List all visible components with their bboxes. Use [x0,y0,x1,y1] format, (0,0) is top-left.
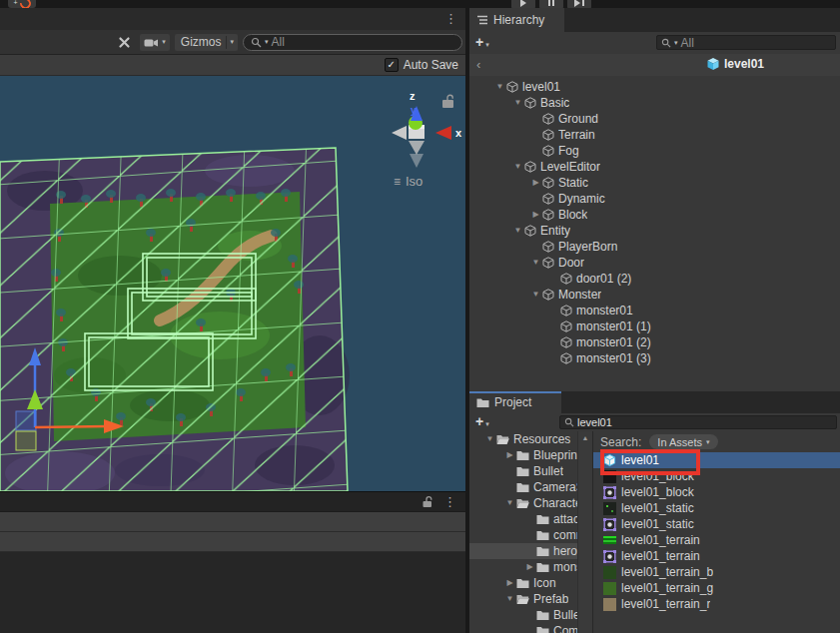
scene-camera-button[interactable]: ▾ [140,34,170,51]
hierarchy-row[interactable]: ▼ Monster [469,287,840,303]
project-folder-row[interactable]: CameraS [469,479,577,495]
expand-arrow[interactable]: ▼ [529,255,542,271]
expand-arrow[interactable]: ▼ [483,431,496,447]
panel-menu-icon[interactable]: ⋮ [443,495,456,508]
project-content: ▼ Resources ▶ [469,431,840,633]
gameobject-cube-icon [542,129,554,141]
asset-name: level01_terrain_r [621,597,710,611]
folder-icon [516,450,529,461]
hierarchy-row[interactable]: ▼ Door [469,255,840,271]
expand-arrow[interactable]: ▼ [511,95,524,111]
project-search-input[interactable]: level01 [559,415,837,429]
tree-scrollbar[interactable]: ▲ [577,431,593,633]
row-label: PlayerBorn [558,240,617,254]
right-panels: Hierarchy + ▾ ▾ All ‹ [469,8,840,633]
asset-icon [603,550,616,563]
prefab-title[interactable]: level01 [706,57,764,71]
project-folder-row[interactable]: Bullet [469,463,577,479]
project-folder-row[interactable]: Comm [469,623,577,633]
project-folder-row[interactable]: ▶ monst [469,559,577,575]
tools-button[interactable] [114,34,135,51]
expand-arrow[interactable]: ▼ [493,79,506,95]
axis-label-y: y [411,105,417,116]
search-value: level01 [577,416,612,428]
expand-arrow[interactable]: ▼ [529,287,542,303]
project-folder-row[interactable]: attack [469,511,577,527]
project-result-row[interactable]: level01_terrain [593,532,840,548]
hierarchy-row[interactable]: monster01 (1) [469,318,840,334]
hierarchy-row[interactable]: ▼ Entity [469,223,840,239]
project-folder-tree: ▼ Resources ▶ [469,431,577,633]
project-folder-row[interactable]: ▶ Icon [469,575,577,591]
scroll-up-arrow[interactable]: ▲ [582,434,589,633]
search-scope-dropdown[interactable]: In Assets ▾ [649,434,717,449]
project-result-row[interactable]: level01 [593,452,840,468]
project-result-row[interactable]: level01_block [593,468,840,484]
hierarchy-row[interactable]: ▼ level01 [469,79,840,95]
project-result-row[interactable]: level01_terrain_g [593,580,840,596]
project-result-row[interactable]: level01_terrain [593,548,840,564]
back-arrow[interactable]: ‹ [476,57,480,72]
gizmos-dropdown[interactable]: Gizmos ▾ [175,34,238,51]
hierarchy-row[interactable]: PlayerBorn [469,239,840,255]
expand-arrow[interactable]: ▼ [511,159,524,175]
project-result-row[interactable]: level01_terrain_r [593,596,840,612]
hierarchy-row[interactable]: ▼ Basic [469,95,840,111]
tab-project[interactable]: Project [469,391,561,413]
project-folder-row[interactable]: ▶ Blueprint [469,447,577,463]
gameobject-cube-icon [542,241,554,253]
row-label: monst [553,560,577,574]
lock-open-icon[interactable] [421,495,433,508]
project-result-row[interactable]: level01_terrain_b [593,564,840,580]
create-object-button[interactable]: + ▾ [475,34,489,50]
project-result-row[interactable]: level01_static [593,500,840,516]
gameobject-cube-icon [524,161,536,173]
project-folder-row[interactable]: Bullet [469,607,577,623]
scene-viewport[interactable]: z y x ≡ Iso [0,76,465,491]
expand-arrow[interactable]: ▶ [503,447,516,463]
project-folder-row[interactable]: ▼ Prefab [469,591,577,607]
create-asset-button[interactable]: + ▾ [475,413,489,429]
project-folder-row[interactable]: ▼ Characte [469,495,577,511]
expand-arrow[interactable]: ▶ [523,559,536,575]
expand-arrow[interactable]: ▼ [511,223,524,239]
hierarchy-row[interactable]: monster01 [469,303,840,318]
hierarchy-row[interactable]: door01 (2) [469,271,840,287]
gameobject-cube-icon [560,352,572,364]
hierarchy-row[interactable]: Terrain [469,127,840,143]
hierarchy-row[interactable]: ▼ LevelEditor [469,159,840,175]
topbar-button[interactable]: + [8,0,36,8]
expand-arrow[interactable]: ▶ [529,207,542,223]
project-folder-row[interactable]: comm [469,527,577,543]
hierarchy-row[interactable]: Dynamic [469,191,840,207]
scene-search-input[interactable]: ▾ All [243,34,462,51]
project-folder-row[interactable]: hero [469,543,577,559]
hierarchy-row[interactable]: Fog [469,143,840,159]
hierarchy-row[interactable]: monster01 (3) [469,350,840,366]
expand-arrow[interactable]: ▼ [503,591,516,607]
tab-hierarchy[interactable]: Hierarchy [469,8,564,32]
row-label: door01 (2) [576,272,631,286]
expand-arrow[interactable]: ▼ [503,495,516,511]
search-results-panel: Search: In Assets ▾ [593,431,840,633]
hierarchy-search-input[interactable]: ▾ All [656,35,836,50]
row-label: LevelEditor [540,160,600,174]
tab-label: Hierarchy [493,13,544,27]
row-label: attack [553,512,577,526]
row-label: monster01 (2) [576,335,651,349]
project-result-row[interactable]: level01_static [593,516,840,532]
expand-arrow[interactable]: ▶ [529,175,542,191]
hierarchy-row[interactable]: monster01 (2) [469,334,840,350]
axis-label-x: x [455,127,462,139]
auto-save-checkbox[interactable]: ✓ [385,58,399,72]
hierarchy-row[interactable]: ▶ Block [469,207,840,223]
expand-arrow[interactable]: ▶ [503,575,516,591]
project-folder-row[interactable]: ▼ Resources [469,431,577,447]
panel-menu-icon[interactable]: ⋮ [444,12,457,25]
project-result-row[interactable]: level01_block [593,484,840,500]
hierarchy-row[interactable]: ▶ Static [469,175,840,191]
folder-icon [496,434,509,445]
hierarchy-row[interactable]: Ground [469,111,840,127]
row-label: CameraS [533,480,577,494]
iso-lines-icon: ≡ [394,175,401,189]
